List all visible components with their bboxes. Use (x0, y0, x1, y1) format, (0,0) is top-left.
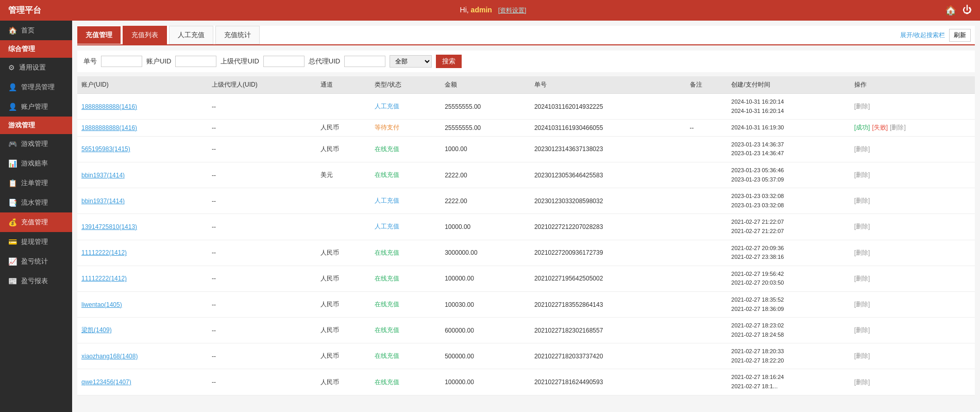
action-delete-btn[interactable]: [删除] (854, 352, 870, 359)
cell-order-no: 20241031161930466055 (530, 120, 686, 137)
expand-search-link[interactable]: 展开/收起搜索栏 (900, 31, 945, 40)
cell-time: 2023-01-23 03:32:082023-01-23 03:32:08 (727, 188, 850, 214)
cell-account: 13914725810(1413) (77, 214, 208, 240)
cell-order-no: 20210227182302168557 (530, 318, 686, 343)
table-row: bbin1937(1414)--美元在线充值2222.0020230123053… (77, 162, 975, 188)
action-delete-btn[interactable]: [删除] (854, 326, 870, 334)
profile-link[interactable]: [资料设置] (498, 7, 527, 14)
action-delete-btn[interactable]: [删除] (854, 103, 870, 110)
sidebar-home-label: 首页 (21, 26, 35, 35)
cell-time: 2024-10-31 16:20:142024-10-31 16:20:14 (727, 94, 850, 120)
account-link[interactable]: 11112222(1412) (81, 249, 127, 256)
tab-recharge-list[interactable]: 充值列表 (123, 26, 167, 44)
action-delete-btn[interactable]: [删除] (854, 275, 870, 282)
sidebar-item-flow-management[interactable]: 📑 流水管理 (0, 193, 72, 212)
sidebar-item-withdraw-management[interactable]: 💳 提现管理 (0, 232, 72, 252)
sidebar-item-admin-management[interactable]: 👤 管理员管理 (0, 77, 72, 97)
cell-remark (686, 94, 728, 120)
sidebar-item-game-tips[interactable]: 📊 游戏赔率 (0, 154, 72, 173)
clipboard-icon: 📋 (8, 179, 17, 187)
account-link[interactable]: 13914725810(1413) (81, 223, 137, 230)
action-delete-btn[interactable]: [删除] (890, 124, 906, 131)
sidebar-item-sign-stats[interactable]: 📈 盈亏统计 (0, 252, 72, 271)
action-delete-btn[interactable]: [删除] (854, 197, 870, 204)
account-link[interactable]: bbin1937(1414) (81, 197, 125, 205)
cell-account: 11112222(1412) (77, 240, 208, 266)
cell-order-no: 20230123143637138023 (530, 136, 686, 162)
account-link[interactable]: 565195983(1415) (81, 145, 130, 153)
cell-type-status: 人工充值 (370, 214, 441, 240)
cell-order-no: 20210227181624490593 (530, 369, 686, 395)
col-remark: 备注 (686, 76, 728, 94)
app-logo: 管理平台 (8, 5, 41, 16)
cell-parent-agent: -- (208, 266, 316, 291)
action-success-btn[interactable]: [成功] (854, 124, 870, 131)
cell-actions: [删除] (850, 214, 975, 240)
cell-time: 2021-02-27 21:22:072021-02-27 21:22:07 (727, 214, 850, 240)
action-delete-btn[interactable]: [删除] (854, 171, 870, 178)
power-icon[interactable]: ⏻ (962, 5, 972, 16)
sidebar-item-registration-management[interactable]: 📋 注单管理 (0, 173, 72, 193)
cell-type-status: 在线充值 (370, 291, 441, 317)
account-link[interactable]: 18888888888(1416) (81, 103, 137, 110)
cell-parent-agent: -- (208, 214, 316, 240)
tab-recharge-stats[interactable]: 充值统计 (215, 26, 260, 44)
order-no-input[interactable] (101, 56, 142, 67)
tab-manual-recharge[interactable]: 人工充值 (169, 26, 213, 44)
search-button[interactable]: 搜索 (436, 55, 462, 68)
cell-order-no: 20210227195642505002 (530, 266, 686, 291)
sidebar-label-sign-reports: 盈亏报表 (21, 276, 48, 286)
account-link[interactable]: 梁凯(1409) (81, 326, 112, 334)
home-icon[interactable]: 🏠 (945, 5, 956, 16)
cell-actions: [成功][失败][删除] (850, 120, 975, 137)
account-link[interactable]: 18888888888(1416) (81, 124, 137, 131)
action-delete-btn[interactable]: [删除] (854, 249, 870, 256)
action-delete-btn[interactable]: [删除] (854, 145, 870, 153)
cell-account: bbin1937(1414) (77, 188, 208, 214)
cell-parent-agent: -- (208, 188, 316, 214)
account-link[interactable]: bbin1937(1414) (81, 172, 125, 179)
parent-agent-uid-input[interactable] (263, 56, 305, 67)
cell-amount: 100000.00 (441, 369, 530, 395)
sidebar-item-general-settings[interactable]: ⚙ 通用设置 (0, 58, 72, 77)
cell-actions: [删除] (850, 369, 975, 395)
action-fail-btn[interactable]: [失败] (872, 124, 888, 131)
col-time: 创建/支付时间 (727, 76, 850, 94)
account-link[interactable]: xiaozhang168(1408) (81, 353, 138, 360)
action-delete-btn[interactable]: [删除] (854, 301, 870, 308)
total-agent-uid-input[interactable] (344, 56, 385, 67)
chart-icon: 📊 (8, 159, 17, 168)
account-link[interactable]: liwentao(1405) (81, 301, 122, 308)
sidebar-label-admin-management: 管理员管理 (21, 83, 55, 92)
table-row: bbin1937(1414)--人工充值2222.002023012303320… (77, 188, 975, 214)
account-link[interactable]: 11112222(1412) (81, 275, 127, 282)
account-uid-input[interactable] (175, 56, 216, 67)
action-delete-btn[interactable]: [删除] (854, 223, 870, 230)
sidebar-item-game-management[interactable]: 🎮 游戏管理 (0, 134, 72, 154)
sidebar-item-recharge-management[interactable]: 💰 充值管理 (0, 212, 72, 232)
refresh-button[interactable]: 刷新 (949, 29, 971, 42)
cell-type-status: 在线充值 (370, 369, 441, 395)
cell-amount: 600000.00 (441, 318, 530, 343)
cell-remark (686, 136, 728, 162)
table-row: 梁凯(1409)--人民币在线充值600000.0020210227182302… (77, 318, 975, 343)
header-icons: 🏠 ⏻ (945, 5, 972, 16)
cell-order-no: 20210227200936172739 (530, 240, 686, 266)
status-select[interactable]: 全部 在线充值 人工充值 等待支付 (390, 55, 432, 68)
cell-remark (686, 188, 728, 214)
col-type-status: 类型/状态 (370, 76, 441, 94)
action-delete-btn[interactable]: [删除] (854, 378, 870, 386)
sidebar-item-sign-reports[interactable]: 📰 盈亏报表 (0, 271, 72, 291)
col-channel: 通道 (316, 76, 370, 94)
sidebar-item-account-management[interactable]: 👤 账户管理 (0, 97, 72, 117)
sidebar-item-home[interactable]: 🏠 首页 (0, 21, 72, 40)
cell-amount: 2222.00 (441, 162, 530, 188)
top-header: 管理平台 Hi, admin [资料设置] 🏠 ⏻ (0, 0, 980, 21)
tab-bar: 充值管理 充值列表 人工充值 充值统计 展开/收起搜索栏 刷新 (77, 26, 975, 45)
cell-channel: 人民币 (316, 266, 370, 291)
cell-remark (686, 343, 728, 369)
table-row: 11112222(1412)--人民币在线充值100000.0020210227… (77, 266, 975, 291)
account-link[interactable]: qwe123456(1407) (81, 378, 131, 386)
cell-channel (316, 94, 370, 120)
order-no-label: 单号 (83, 57, 97, 66)
